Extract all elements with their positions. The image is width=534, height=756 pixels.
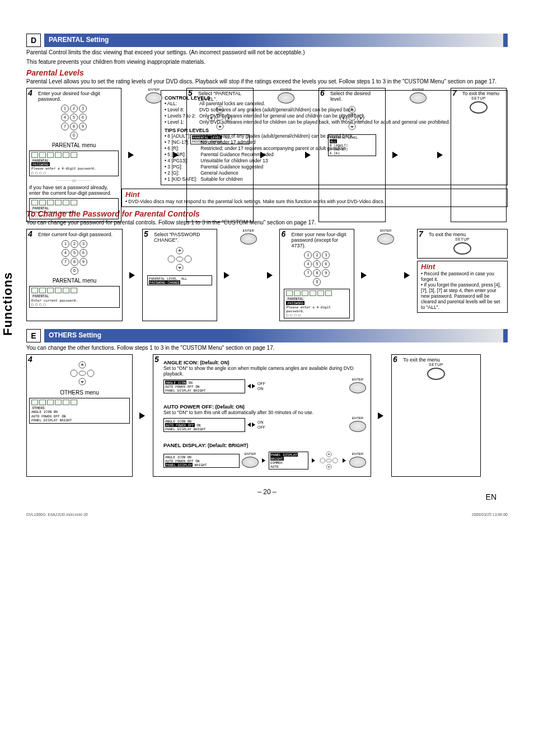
enter-button-icon [410,92,427,104]
step-number: 6 [320,88,325,97]
step-number: 5 [188,88,193,97]
svg-point-23 [320,458,325,463]
osd-parental-level-select: PARENTAL LEVEL ALL PASSWORD CHANGE [190,134,250,144]
svg-point-13 [168,256,175,262]
section-d-intro2: This feature prevents your children from… [26,59,508,65]
panel-display-title: PANEL DISPLAY: [163,442,207,448]
osd-panel-display: ANGLE ICON ON AUTO POWER OFF ON PANEL DI… [163,454,240,468]
pw-step4-box: 4 Enter current four-digit password. 123… [26,229,123,321]
step-number: 4 [28,88,32,97]
dpad-icon [145,245,214,273]
arrow-icon [404,272,410,279]
dpad-icon: ENTER [321,104,383,132]
page-number: – 20 – [26,488,508,496]
osd-others-menu: OTHERS ANGLE ICON ON AUTO POWER OFF ON P… [29,398,130,424]
pw-step6-text: Enter your new four-digit password (exce… [291,232,352,248]
section-d-header: D PARENTAL Setting [26,34,508,47]
setup-button-icon [427,368,445,380]
d-step7-box: 7 To exit the menu SETUP [451,88,507,222]
arrow-icon [128,152,134,158]
osd-new-password: PARENTAL PASSWORD Please enter a 4-digit… [284,289,350,318]
arrow-icon [129,272,135,279]
setup-label: SETUP [394,363,478,367]
section-e-title: OTHERS Setting [44,329,508,342]
pw-step7-box: 7 To exit the menu SETUP [417,229,508,259]
svg-point-19 [87,370,94,377]
auto-default-label: (Default: ON) [215,404,244,410]
d-step7-text: To exit the menu [462,91,504,96]
step-number: 4 [28,229,32,238]
numeric-keypad: 123 456 789 0 [29,104,119,140]
or-divider: ·············or············· [29,178,119,183]
osd-level-list: PARENTAL LEVEL ALL 8 [ADULT] 7 [NC-17] 6… [328,134,376,156]
e-step4-box: 4 OTHERS menu OTHERS ANGLE ICON ON AUTO … [26,354,133,477]
enter-button-icon [278,92,294,104]
angle-desc: Set to "ON" to show the angle icon when … [163,365,366,377]
svg-point-10 [349,116,355,120]
enter-button-icon [146,92,162,104]
pw-step6-box: 6 Enter your new four-digit password (ex… [279,229,354,321]
hint-box-2: Hint • Record the password in case you f… [417,261,508,313]
pw-step7-text: To exit the menu [429,232,505,237]
angle-default-label: (Default: ON) [200,360,229,365]
d-step6-text: Select the desired level. [330,91,383,102]
enter-button-block: ENTER [237,229,260,321]
enter-button-icon [242,457,259,468]
panel-default-label: (Default: BRIGHT) [208,443,248,448]
d-step5-text: Select "PARENTAL LEVEL". [198,91,251,102]
arrow-icon [173,152,179,158]
osd-password-change-select: PARENTAL LEVEL ALL PASSWORD CHANGE [147,275,212,285]
osd-parental-enter: PARENTAL PASSWORD Please enter a 4-digit… [29,151,119,176]
svg-point-14 [185,256,191,262]
others-menu-label: OTHERS menu [29,389,130,396]
section-e-header: E OTHERS Setting [26,329,508,342]
pw-step5-box: 5 Select "PASSWORD CHANGE". PARENTAL LEV… [142,229,217,321]
osd-panel-popup: PANEL DISPLAY BRIGHT DIMMER AUTO [269,452,308,469]
osd-current-password: PARENTAL Enter current password. □ □ □ □ [29,286,120,308]
arrow-icon [312,458,315,463]
footer-file: DVL1000G_E6A22UD.indd.indd 20 [26,513,88,516]
arrow-icon [139,412,145,419]
auto-desc: Set to "ON" to turn this unit off automa… [163,410,366,415]
footer-timestamp: 2006/03/25 13:06:00 [472,513,508,516]
arrow-icon [437,152,443,158]
section-e-intro: You can change the other functions. Foll… [26,345,508,351]
hint-bullet1: • Record the password in case you forget… [421,271,504,282]
language-label: EN [486,492,496,501]
numeric-keypad: 123 456 789 0 [29,240,120,275]
hint-title: Hint [421,262,504,271]
osd-parental-current: PARENTAL Enter current password. □ □ □ □ [29,198,119,220]
auto-power-title: AUTO POWER OFF: [163,403,214,410]
arrow-icon [260,152,266,158]
svg-point-24 [332,458,338,463]
side-tab: Functions [1,272,15,336]
parental-menu-label: PARENTAL menu [29,142,119,148]
arrow-icon [224,272,229,279]
dpad-icon [35,359,130,387]
angle-icon-title: ANGLE ICON: [163,359,199,365]
setup-label: SETUP [453,96,504,100]
setup-button-icon [470,101,488,114]
arrow-icon [305,152,311,158]
svg-point-26 [326,459,331,462]
step-number: 6 [393,355,397,364]
pw-step4-text: Enter current four-digit password. [38,232,120,237]
section-letter-e: E [26,329,41,342]
svg-point-4 [217,116,223,120]
double-arrow-icon [247,384,255,388]
double-arrow-icon [247,422,255,427]
step-number: 4 [28,355,32,364]
step-number: 5 [144,229,148,238]
osd-angle-icon: ANGLE ICON ON AUTO POWER OFF ON PANEL DI… [163,379,245,393]
arrow-icon [343,458,346,463]
parental-levels-heading: Parental Levels [26,68,508,77]
arrow-icon [361,272,367,279]
osd-auto-power: ANGLE ICON ON AUTO POWER OFF ON PANEL DI… [163,418,245,432]
svg-point-21 [79,371,86,375]
enter-button-block: ENTER [374,229,397,321]
d-step4-alt-text: If you have set a password already, ente… [29,185,119,196]
section-d-intro1: Parental Control limits the disc viewing… [26,49,508,55]
step-number: 5 [154,355,159,364]
svg-point-18 [71,370,77,377]
svg-point-16 [176,257,183,261]
